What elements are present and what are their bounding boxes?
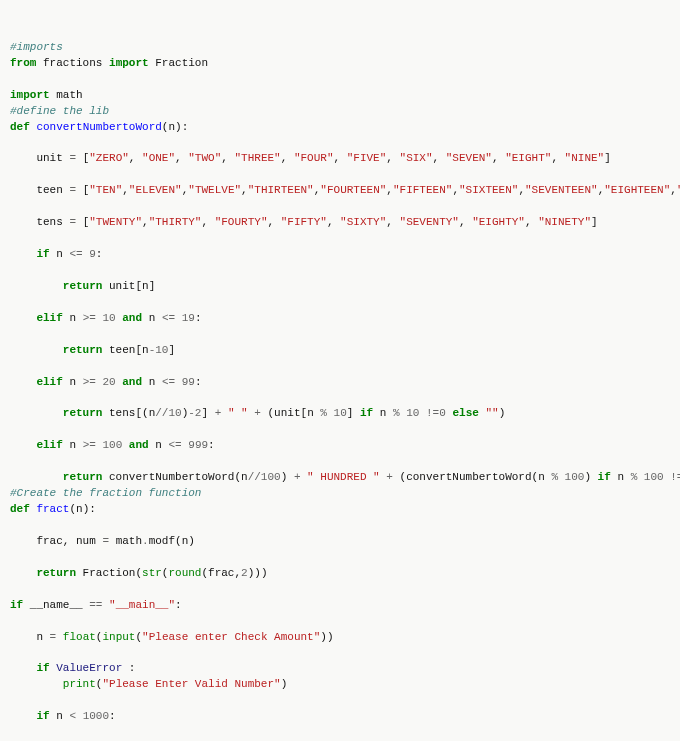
code-block: #imports from fractions import Fraction … xyxy=(10,40,670,741)
module-name: math xyxy=(50,89,83,101)
comment: #define the lib xyxy=(10,105,109,117)
keyword-from: from xyxy=(10,57,36,69)
function-name: fract xyxy=(36,503,69,515)
comment: #imports xyxy=(10,41,63,53)
comment: #Create the fraction function xyxy=(10,487,201,499)
keyword-import: import xyxy=(10,89,50,101)
keyword-def: def xyxy=(10,121,30,133)
module-name: fractions xyxy=(36,57,109,69)
keyword-import: import xyxy=(109,57,149,69)
import-name: Fraction xyxy=(149,57,208,69)
function-name: convertNumbertoWord xyxy=(36,121,161,133)
